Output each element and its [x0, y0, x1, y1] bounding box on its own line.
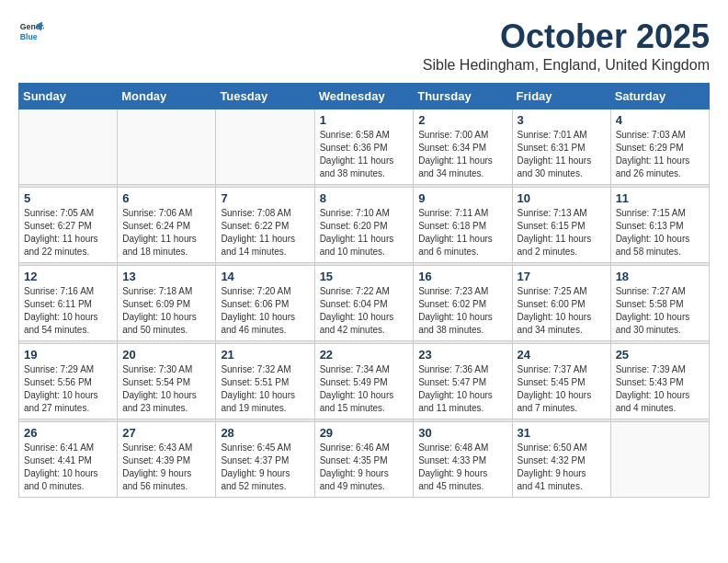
- day-info: Sunrise: 7:39 AM Sunset: 5:43 PM Dayligh…: [616, 363, 704, 415]
- table-row: 21Sunrise: 7:32 AM Sunset: 5:51 PM Dayli…: [216, 343, 314, 419]
- day-number: 29: [320, 426, 409, 440]
- table-row: 5Sunrise: 7:05 AM Sunset: 6:27 PM Daylig…: [19, 187, 118, 262]
- calendar-table: Sunday Monday Tuesday Wednesday Thursday…: [18, 83, 710, 498]
- week-row-2: 5Sunrise: 7:05 AM Sunset: 6:27 PM Daylig…: [19, 187, 710, 262]
- table-row: 24Sunrise: 7:37 AM Sunset: 5:45 PM Dayli…: [512, 343, 610, 419]
- day-number: 3: [518, 113, 606, 127]
- table-row: 1Sunrise: 6:58 AM Sunset: 6:36 PM Daylig…: [314, 109, 414, 184]
- day-number: 20: [122, 348, 210, 362]
- day-info: Sunrise: 7:06 AM Sunset: 6:24 PM Dayligh…: [122, 207, 210, 259]
- day-info: Sunrise: 7:18 AM Sunset: 6:09 PM Dayligh…: [122, 285, 210, 337]
- table-row: 2Sunrise: 7:00 AM Sunset: 6:34 PM Daylig…: [414, 109, 512, 184]
- day-number: 14: [221, 270, 309, 283]
- table-row: 29Sunrise: 6:46 AM Sunset: 4:35 PM Dayli…: [314, 421, 414, 497]
- table-row: 12Sunrise: 7:16 AM Sunset: 6:11 PM Dayli…: [19, 265, 118, 340]
- day-info: Sunrise: 7:05 AM Sunset: 6:27 PM Dayligh…: [24, 207, 112, 259]
- day-info: Sunrise: 7:10 AM Sunset: 6:20 PM Dayligh…: [320, 207, 409, 259]
- day-info: Sunrise: 7:20 AM Sunset: 6:06 PM Dayligh…: [221, 285, 309, 337]
- day-info: Sunrise: 7:30 AM Sunset: 5:54 PM Dayligh…: [122, 363, 210, 415]
- day-info: Sunrise: 7:25 AM Sunset: 6:00 PM Dayligh…: [518, 285, 606, 337]
- col-saturday: Saturday: [610, 83, 709, 109]
- table-row: 10Sunrise: 7:13 AM Sunset: 6:15 PM Dayli…: [512, 187, 610, 262]
- table-row: [610, 421, 709, 497]
- day-number: 15: [320, 270, 409, 283]
- day-info: Sunrise: 6:43 AM Sunset: 4:39 PM Dayligh…: [122, 442, 210, 493]
- day-number: 7: [221, 191, 309, 205]
- day-number: 10: [518, 191, 606, 205]
- day-info: Sunrise: 7:34 AM Sunset: 5:49 PM Dayligh…: [320, 363, 409, 415]
- day-number: 16: [418, 270, 506, 283]
- week-row-4: 19Sunrise: 7:29 AM Sunset: 5:56 PM Dayli…: [19, 343, 710, 419]
- table-row: 25Sunrise: 7:39 AM Sunset: 5:43 PM Dayli…: [610, 343, 709, 419]
- col-tuesday: Tuesday: [216, 83, 314, 109]
- table-row: 19Sunrise: 7:29 AM Sunset: 5:56 PM Dayli…: [19, 343, 118, 419]
- table-row: 27Sunrise: 6:43 AM Sunset: 4:39 PM Dayli…: [118, 421, 216, 497]
- day-info: Sunrise: 6:48 AM Sunset: 4:33 PM Dayligh…: [418, 442, 506, 493]
- day-number: 31: [518, 426, 606, 440]
- col-wednesday: Wednesday: [314, 83, 414, 109]
- logo: General Blue: [18, 18, 44, 44]
- table-row: 18Sunrise: 7:27 AM Sunset: 5:58 PM Dayli…: [610, 265, 709, 340]
- col-friday: Friday: [512, 83, 610, 109]
- col-thursday: Thursday: [414, 83, 512, 109]
- day-number: 17: [518, 270, 606, 283]
- day-info: Sunrise: 7:22 AM Sunset: 6:04 PM Dayligh…: [320, 285, 409, 337]
- table-row: [216, 109, 314, 184]
- table-row: 9Sunrise: 7:11 AM Sunset: 6:18 PM Daylig…: [414, 187, 512, 262]
- day-info: Sunrise: 6:41 AM Sunset: 4:41 PM Dayligh…: [24, 442, 112, 493]
- table-row: [118, 109, 216, 184]
- table-row: 14Sunrise: 7:20 AM Sunset: 6:06 PM Dayli…: [216, 265, 314, 340]
- day-number: 11: [616, 191, 704, 205]
- table-row: 16Sunrise: 7:23 AM Sunset: 6:02 PM Dayli…: [414, 265, 512, 340]
- week-row-3: 12Sunrise: 7:16 AM Sunset: 6:11 PM Dayli…: [19, 265, 710, 340]
- day-number: 22: [320, 348, 409, 362]
- day-info: Sunrise: 6:45 AM Sunset: 4:37 PM Dayligh…: [221, 442, 309, 493]
- table-row: 3Sunrise: 7:01 AM Sunset: 6:31 PM Daylig…: [512, 109, 610, 184]
- day-number: 26: [24, 426, 112, 440]
- day-number: 12: [24, 270, 112, 283]
- day-number: 4: [616, 113, 704, 127]
- day-number: 24: [518, 348, 606, 362]
- table-row: 28Sunrise: 6:45 AM Sunset: 4:37 PM Dayli…: [216, 421, 314, 497]
- table-row: 8Sunrise: 7:10 AM Sunset: 6:20 PM Daylig…: [314, 187, 414, 262]
- title-block: October 2025 Sible Hedingham, England, U…: [423, 18, 710, 74]
- day-number: 30: [418, 426, 506, 440]
- calendar-header-row: Sunday Monday Tuesday Wednesday Thursday…: [19, 83, 710, 109]
- day-number: 6: [122, 191, 210, 205]
- table-row: 31Sunrise: 6:50 AM Sunset: 4:32 PM Dayli…: [512, 421, 610, 497]
- day-number: 9: [418, 191, 506, 205]
- day-info: Sunrise: 7:37 AM Sunset: 5:45 PM Dayligh…: [518, 363, 606, 415]
- day-info: Sunrise: 6:50 AM Sunset: 4:32 PM Dayligh…: [518, 442, 606, 493]
- day-info: Sunrise: 7:11 AM Sunset: 6:18 PM Dayligh…: [418, 207, 506, 259]
- day-number: 28: [221, 426, 309, 440]
- table-row: 13Sunrise: 7:18 AM Sunset: 6:09 PM Dayli…: [118, 265, 216, 340]
- col-sunday: Sunday: [19, 83, 118, 109]
- table-row: 17Sunrise: 7:25 AM Sunset: 6:00 PM Dayli…: [512, 265, 610, 340]
- day-number: 27: [122, 426, 210, 440]
- table-row: [19, 109, 118, 184]
- location: Sible Hedingham, England, United Kingdom: [423, 57, 710, 74]
- day-number: 5: [24, 191, 112, 205]
- col-monday: Monday: [118, 83, 216, 109]
- day-number: 23: [418, 348, 506, 362]
- table-row: 7Sunrise: 7:08 AM Sunset: 6:22 PM Daylig…: [216, 187, 314, 262]
- day-info: Sunrise: 7:32 AM Sunset: 5:51 PM Dayligh…: [221, 363, 309, 415]
- day-number: 1: [320, 113, 409, 127]
- day-info: Sunrise: 7:03 AM Sunset: 6:29 PM Dayligh…: [616, 129, 704, 180]
- day-info: Sunrise: 7:00 AM Sunset: 6:34 PM Dayligh…: [418, 129, 506, 180]
- page-header: General Blue October 2025 Sible Hedingha…: [18, 18, 710, 74]
- day-number: 8: [320, 191, 409, 205]
- table-row: 6Sunrise: 7:06 AM Sunset: 6:24 PM Daylig…: [118, 187, 216, 262]
- table-row: 11Sunrise: 7:15 AM Sunset: 6:13 PM Dayli…: [610, 187, 709, 262]
- table-row: 20Sunrise: 7:30 AM Sunset: 5:54 PM Dayli…: [118, 343, 216, 419]
- day-info: Sunrise: 7:23 AM Sunset: 6:02 PM Dayligh…: [418, 285, 506, 337]
- day-info: Sunrise: 7:36 AM Sunset: 5:47 PM Dayligh…: [418, 363, 506, 415]
- table-row: 26Sunrise: 6:41 AM Sunset: 4:41 PM Dayli…: [19, 421, 118, 497]
- day-number: 21: [221, 348, 309, 362]
- logo-icon: General Blue: [18, 18, 44, 44]
- day-number: 18: [616, 270, 704, 283]
- month-title: October 2025: [423, 18, 710, 55]
- table-row: 30Sunrise: 6:48 AM Sunset: 4:33 PM Dayli…: [414, 421, 512, 497]
- day-info: Sunrise: 6:46 AM Sunset: 4:35 PM Dayligh…: [320, 442, 409, 493]
- week-row-5: 26Sunrise: 6:41 AM Sunset: 4:41 PM Dayli…: [19, 421, 710, 497]
